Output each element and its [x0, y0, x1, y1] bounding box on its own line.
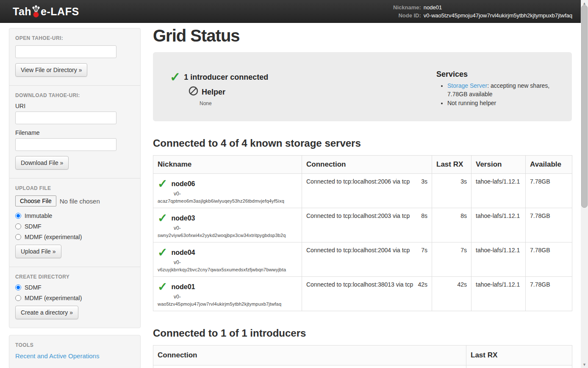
- service-helper-item: Not running helper: [447, 99, 564, 107]
- table-row: ✓ node03 v0- swny2viyw63ofxwi4x2yykd2woq…: [153, 208, 572, 243]
- server-nodeid: acaz7qptmeo6m3asjlgkb6iwlyuqey53hz26tbdm…: [158, 198, 297, 204]
- create-directory-section: CREATE DIRECTORY SDMF MDMF (experimental…: [9, 267, 140, 328]
- page-title: Grid Status: [153, 26, 572, 45]
- storage-table-header-row: Nickname Connection Last RX Version Avai…: [153, 156, 572, 174]
- download-filename-input[interactable]: [15, 138, 116, 151]
- create-directory-button[interactable]: Create a directory »: [15, 306, 78, 319]
- server-version: tahoe-lafs/1.12.1: [472, 277, 526, 311]
- no-file-chosen-text: No file chosen: [60, 198, 100, 205]
- col-header-available: Available: [526, 156, 572, 174]
- table-row: ✓ node04 v0- v6zuyjkbrrkqy2bvc2cny7qwax5…: [153, 243, 572, 277]
- tahoe-lafs-logo: Tah e-LAFS: [13, 5, 79, 18]
- check-icon: ✓: [158, 247, 167, 259]
- check-icon: ✓: [158, 212, 167, 224]
- upload-sdmf-radio[interactable]: [15, 223, 21, 229]
- scrollbar-thumb[interactable]: [581, 5, 588, 208]
- node-id-value: v0-wao5tzv45pmoju47jow7rvl4ukirjm5ytbh2k…: [424, 12, 572, 19]
- main-content: Grid Status ✓ 1 introducer connected Hel…: [153, 23, 572, 368]
- immutable-radio-label: Immutable: [25, 212, 52, 219]
- tahoe-tree-icon: [32, 5, 40, 18]
- server-nodeid: swny2viyw63ofxwi4x2yykd2woqjbpx3cw34xtri…: [158, 233, 297, 238]
- check-icon: ✓: [158, 281, 167, 293]
- choose-file-button[interactable]: Choose File: [15, 195, 56, 206]
- download-uri-label: DOWNLOAD TAHOE-URI:: [15, 92, 134, 98]
- upload-file-button[interactable]: Upload File »: [15, 245, 61, 258]
- connection-age: 42s: [418, 281, 427, 288]
- server-available: 7.78GB: [526, 277, 572, 311]
- upload-file-label: UPLOAD FILE: [15, 185, 134, 191]
- dir-format-option-sdmf[interactable]: SDMF: [15, 284, 134, 291]
- server-nickname: node06: [171, 180, 195, 188]
- connection-age: 8s: [421, 212, 427, 219]
- server-version: tahoe-lafs/1.12.1: [472, 243, 526, 277]
- sidebar-forms-panel: OPEN TAHOE-URI: View File or Directory »…: [9, 28, 141, 328]
- check-icon: ✓: [158, 178, 167, 190]
- introducer-status-text: 1 introducer connected: [184, 73, 268, 82]
- table-row: ✓ node06 v0- acaz7qptmeo6m3asjlgkb6iwlyu…: [153, 174, 572, 208]
- nickname-label: Nickname:: [393, 4, 421, 11]
- tools-panel: TOOLS Recent and Active Operations: [9, 335, 141, 368]
- server-connection: Connected to tcp:localhost:2003 via tcp: [306, 212, 410, 219]
- grid-status-summary-box: ✓ 1 introducer connected Helper None Ser…: [153, 52, 572, 121]
- sidebar: OPEN TAHOE-URI: View File or Directory »…: [9, 28, 141, 368]
- introducer-table-header-row: Connection Last RX: [153, 346, 572, 365]
- logo-text-pre: Tah: [13, 6, 31, 18]
- server-connection: Connected to tcp:localhost:2006 via tcp: [306, 178, 410, 185]
- upload-file-section: UPLOAD FILE Choose File No file chosen I…: [9, 178, 140, 267]
- download-file-button[interactable]: Download File »: [15, 156, 69, 170]
- server-connection: Connected to tcp:localhost:2004 via tcp: [306, 247, 410, 254]
- node-id-label: Node ID:: [393, 12, 421, 19]
- immutable-radio[interactable]: [15, 213, 21, 219]
- dir-format-option-mdmf[interactable]: MDMF (experimental): [15, 295, 134, 301]
- server-nodeid-prefix: v0-: [174, 259, 297, 265]
- server-available: 7.78GB: [526, 174, 572, 208]
- connection-age: 3s: [421, 178, 427, 185]
- helper-value: None: [200, 100, 268, 106]
- recent-operations-link[interactable]: Recent and Active Operations: [15, 352, 99, 360]
- server-version: tahoe-lafs/1.12.1: [472, 208, 526, 243]
- server-nickname: node03: [171, 215, 195, 222]
- server-available: 7.78GB: [526, 208, 572, 243]
- table-row: ✓ Connected to tcp:localhost:39165 via t…: [153, 365, 572, 368]
- server-nickname: node04: [171, 249, 195, 256]
- upload-sdmf-radio-label: SDMF: [25, 223, 42, 230]
- dir-mdmf-radio[interactable]: [15, 295, 21, 301]
- introducer-last-rx: 4s: [466, 365, 572, 368]
- introducers-table: Connection Last RX ✓ Connected to tcp:lo…: [153, 345, 572, 368]
- server-nickname: node01: [171, 283, 195, 291]
- view-file-button[interactable]: View File or Directory »: [15, 63, 87, 77]
- dir-sdmf-radio-label: SDMF: [25, 284, 42, 291]
- server-last-rx: 3s: [432, 174, 472, 208]
- col-header-last-rx: Last RX: [432, 156, 472, 174]
- server-version: tahoe-lafs/1.12.1: [472, 174, 526, 208]
- upload-format-option-sdmf[interactable]: SDMF: [15, 223, 134, 230]
- vertical-scrollbar[interactable]: ▲ ▼: [581, 0, 588, 368]
- upload-format-option-immutable[interactable]: Immutable: [15, 212, 134, 219]
- check-icon: ✓: [170, 71, 180, 84]
- col-header-connection: Connection: [153, 346, 466, 365]
- upload-format-option-mdmf[interactable]: MDMF (experimental): [15, 234, 134, 240]
- download-uri-input[interactable]: [15, 112, 116, 124]
- connection-age: 7s: [421, 247, 427, 254]
- open-uri-input[interactable]: [15, 45, 116, 58]
- open-uri-label: OPEN TAHOE-URI:: [15, 35, 134, 41]
- scroll-down-arrow-icon[interactable]: ▼: [581, 361, 588, 368]
- nickname-value: node01: [424, 4, 572, 11]
- server-connection: Connected to tcp:localhost:38013 via tcp: [306, 281, 413, 288]
- upload-mdmf-radio-label: MDMF (experimental): [25, 234, 82, 240]
- dir-sdmf-radio[interactable]: [15, 284, 21, 290]
- col-header-connection: Connection: [302, 156, 432, 174]
- storage-servers-heading: Connected to 4 of 4 known storage server…: [153, 137, 572, 149]
- helper-title: Helper: [202, 88, 225, 97]
- dir-mdmf-radio-label: MDMF (experimental): [25, 295, 82, 301]
- server-nodeid-prefix: v0-: [174, 294, 297, 300]
- introducers-heading: Connected to 1 of 1 introducers: [153, 327, 572, 339]
- storage-servers-table: Nickname Connection Last RX Version Avai…: [153, 155, 572, 311]
- table-row: ✓ node01 v0- wao5tzv45pmoju47jow7rvl4uki…: [153, 277, 572, 311]
- service-storage-item: Storage Server: accepting new shares, 7.…: [447, 81, 564, 99]
- storage-server-link[interactable]: Storage Server: [447, 82, 487, 89]
- tools-section: TOOLS Recent and Active Operations: [9, 335, 140, 368]
- upload-mdmf-radio[interactable]: [15, 234, 21, 240]
- server-nodeid-prefix: v0-: [174, 191, 297, 197]
- uri-field-label: URI: [15, 103, 134, 109]
